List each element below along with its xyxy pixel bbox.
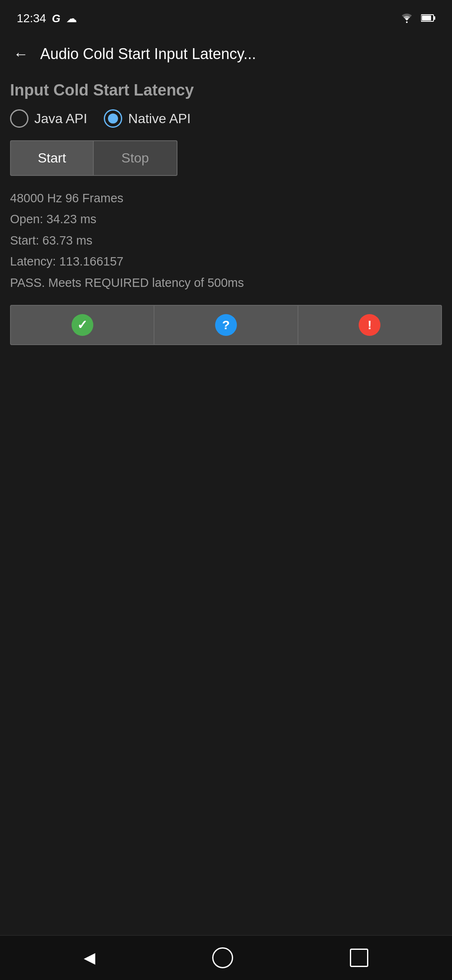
radio-java-api[interactable]: Java API bbox=[10, 109, 87, 128]
svg-rect-2 bbox=[434, 16, 435, 20]
status-error-button[interactable]: ! bbox=[298, 305, 442, 345]
info-latency: Latency: 113.166157 bbox=[10, 252, 442, 271]
radio-native-api[interactable]: Native API bbox=[104, 109, 190, 128]
status-pass-button[interactable]: ✓ bbox=[10, 305, 154, 345]
section-title: Input Cold Start Latency bbox=[10, 81, 442, 99]
pass-icon: ✓ bbox=[72, 314, 93, 336]
svg-point-0 bbox=[406, 21, 408, 23]
info-pass: PASS. Meets REQUIRED latency of 500ms bbox=[10, 273, 442, 292]
radio-java-label: Java API bbox=[34, 111, 87, 126]
radio-native-circle bbox=[104, 109, 122, 128]
info-start: Start: 63.73 ms bbox=[10, 231, 442, 250]
svg-rect-3 bbox=[422, 15, 431, 21]
nav-back-button[interactable]: ◀ bbox=[84, 949, 95, 967]
status-icons-row: ✓ ? ! bbox=[10, 305, 442, 345]
back-button[interactable]: ← bbox=[10, 42, 32, 66]
bottom-nav: ◀ bbox=[0, 935, 452, 980]
main-content: Input Cold Start Latency Java API Native… bbox=[0, 75, 452, 643]
page-title: Audio Cold Start Input Latency... bbox=[40, 45, 442, 63]
nav-recents-button[interactable] bbox=[350, 949, 368, 967]
info-icon: ? bbox=[215, 314, 237, 336]
error-icon: ! bbox=[359, 314, 380, 336]
nav-home-button[interactable] bbox=[212, 947, 233, 968]
cloud-icon: ☁ bbox=[66, 12, 77, 25]
start-button[interactable]: Start bbox=[10, 140, 94, 176]
top-nav: ← Audio Cold Start Input Latency... bbox=[0, 34, 452, 75]
wifi-icon bbox=[399, 11, 414, 26]
info-lines: 48000 Hz 96 Frames Open: 34.23 ms Start:… bbox=[10, 188, 442, 292]
radio-native-label: Native API bbox=[128, 111, 190, 126]
radio-native-inner bbox=[108, 113, 118, 124]
status-right bbox=[399, 11, 435, 26]
info-hz-frames: 48000 Hz 96 Frames bbox=[10, 188, 442, 208]
radio-group: Java API Native API bbox=[10, 109, 442, 128]
button-row: Start Stop bbox=[10, 140, 442, 176]
status-time: 12:34 bbox=[17, 12, 46, 25]
status-left: 12:34 G ☁ bbox=[17, 12, 77, 25]
battery-icon bbox=[421, 12, 435, 25]
status-info-button[interactable]: ? bbox=[154, 305, 298, 345]
info-open: Open: 34.23 ms bbox=[10, 209, 442, 229]
status-bar: 12:34 G ☁ bbox=[0, 0, 452, 34]
stop-button[interactable]: Stop bbox=[94, 140, 177, 176]
google-icon: G bbox=[52, 12, 60, 25]
radio-java-circle bbox=[10, 109, 28, 128]
